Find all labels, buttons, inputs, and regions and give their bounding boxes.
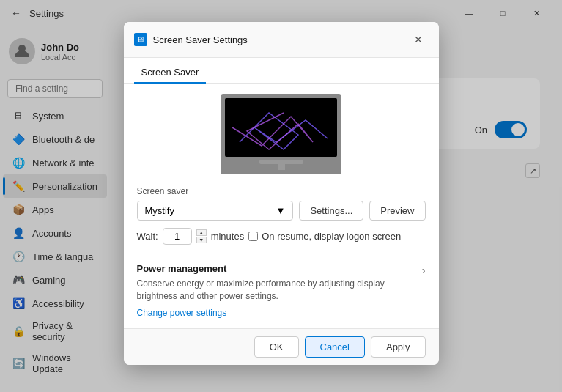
mystify-preview	[225, 98, 337, 157]
dialog-title-bar: 🖥 Screen Saver Settings ✕	[124, 22, 439, 58]
dialog-title: Screen Saver Settings	[153, 34, 402, 45]
wait-unit: minutes	[211, 231, 245, 242]
power-section: Power management › Conserve energy or ma…	[137, 254, 426, 318]
dialog-overlay: 🖥 Screen Saver Settings ✕ Screen Saver	[0, 0, 562, 392]
resume-checkbox[interactable]	[248, 232, 258, 241]
screensaver-dropdown-value: Mystify	[145, 205, 174, 216]
wait-row: Wait: ▲ ▼ minutes On resume, display log…	[137, 228, 426, 245]
ok-button[interactable]: OK	[254, 336, 299, 358]
preview-button[interactable]: Preview	[369, 201, 425, 221]
screen-saver-preview	[137, 94, 426, 174]
dropdown-chevron-icon: ▼	[276, 205, 286, 216]
monitor-stand	[278, 164, 285, 170]
wait-label: Wait:	[137, 231, 158, 242]
dialog-app-icon: 🖥	[134, 33, 147, 46]
power-chevron-icon: ›	[422, 265, 426, 276]
power-settings-link[interactable]: Change power settings	[137, 308, 227, 318]
wait-spinner: ▲ ▼	[196, 229, 207, 243]
screen-saver-dialog: 🖥 Screen Saver Settings ✕ Screen Saver	[124, 22, 439, 365]
wait-input[interactable]	[163, 228, 192, 245]
settings-button[interactable]: Settings...	[299, 201, 363, 221]
screen-saver-label: Screen saver	[137, 186, 426, 196]
dialog-tabs: Screen Saver	[124, 58, 439, 84]
dialog-close-button[interactable]: ✕	[408, 29, 429, 50]
screensaver-dropdown[interactable]: Mystify ▼	[137, 201, 294, 221]
resume-label: On resume, display logon screen	[262, 231, 401, 242]
apply-button[interactable]: Apply	[371, 336, 426, 358]
monitor-screen	[225, 98, 337, 157]
dialog-body: Screen saver Mystify ▼ Settings... Previ…	[124, 84, 439, 328]
power-description: Conserve energy or maximize performance …	[137, 278, 426, 303]
tab-screen-saver[interactable]: Screen Saver	[134, 62, 207, 84]
ss-controls-row: Mystify ▼ Settings... Preview	[137, 201, 426, 221]
power-title: Power management	[137, 263, 227, 274]
monitor	[221, 94, 341, 174]
cancel-button[interactable]: Cancel	[305, 336, 365, 358]
spinner-down-button[interactable]: ▼	[196, 237, 207, 243]
dialog-footer: OK Cancel Apply	[124, 328, 439, 365]
spinner-up-button[interactable]: ▲	[196, 229, 207, 236]
resume-check: On resume, display logon screen	[248, 231, 401, 242]
